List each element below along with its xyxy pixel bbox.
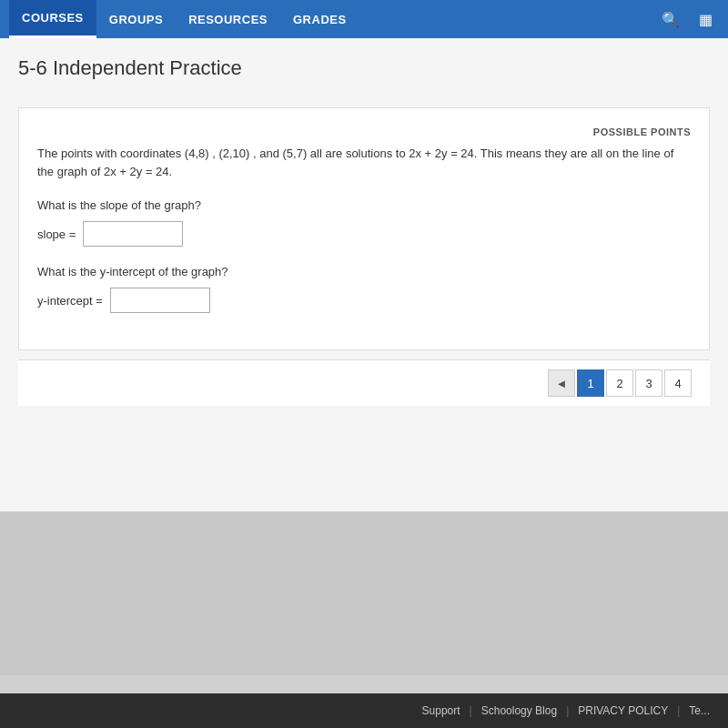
- footer: Support | Schoology Blog | PRIVACY POLIC…: [0, 693, 728, 728]
- footer-support[interactable]: Support: [422, 704, 460, 717]
- footer-schoology-blog[interactable]: Schoology Blog: [481, 704, 557, 717]
- page-title: 5-6 Independent Practice: [18, 56, 710, 89]
- pagination-page-2[interactable]: 2: [606, 369, 633, 397]
- q2-label: What is the y-intercept of the graph?: [37, 265, 691, 278]
- yintercept-row: y-intercept =: [37, 288, 691, 313]
- footer-sep-1: |: [470, 704, 472, 717]
- slope-label: slope =: [37, 228, 76, 241]
- nav-menu: COURSES GROUPS RESOURCES GRADES: [9, 0, 359, 38]
- possible-points-label: POSSIBLE POINTS: [37, 126, 691, 137]
- nav-item-resources[interactable]: RESOURCES: [176, 0, 280, 38]
- navbar-right: 🔍 ▦: [657, 5, 719, 33]
- navbar: COURSES GROUPS RESOURCES GRADES 🔍 ▦: [0, 0, 728, 38]
- footer-privacy-policy[interactable]: PRIVACY POLICY: [578, 704, 668, 717]
- calendar-icon[interactable]: ▦: [692, 5, 719, 33]
- yintercept-input[interactable]: [110, 288, 210, 313]
- slope-row: slope =: [37, 221, 691, 247]
- pagination-page-4[interactable]: 4: [664, 369, 692, 397]
- gray-area: [0, 511, 728, 675]
- nav-item-grades[interactable]: GRADES: [280, 0, 359, 38]
- pagination-container: ◄ 1 2 3 4: [18, 359, 710, 406]
- yintercept-label: y-intercept =: [37, 294, 103, 308]
- nav-item-groups[interactable]: GROUPS: [96, 0, 176, 38]
- pagination: ◄ 1 2 3 4: [548, 369, 692, 397]
- search-icon[interactable]: 🔍: [657, 5, 684, 33]
- main-content: 5-6 Independent Practice POSSIBLE POINTS…: [0, 38, 728, 511]
- pagination-page-1[interactable]: 1: [577, 369, 604, 397]
- q1-label: What is the slope of the graph?: [37, 198, 691, 212]
- pagination-prev[interactable]: ◄: [548, 369, 575, 397]
- slope-input[interactable]: [83, 221, 183, 247]
- question-container: POSSIBLE POINTS The points with coordina…: [18, 107, 710, 350]
- pagination-page-3[interactable]: 3: [635, 369, 662, 397]
- problem-statement: The points with coordinates (4,8) , (2,1…: [37, 145, 691, 180]
- footer-sep-3: |: [677, 704, 680, 717]
- footer-terms[interactable]: Te...: [689, 704, 710, 717]
- nav-item-courses[interactable]: COURSES: [9, 0, 96, 38]
- footer-sep-2: |: [566, 704, 569, 717]
